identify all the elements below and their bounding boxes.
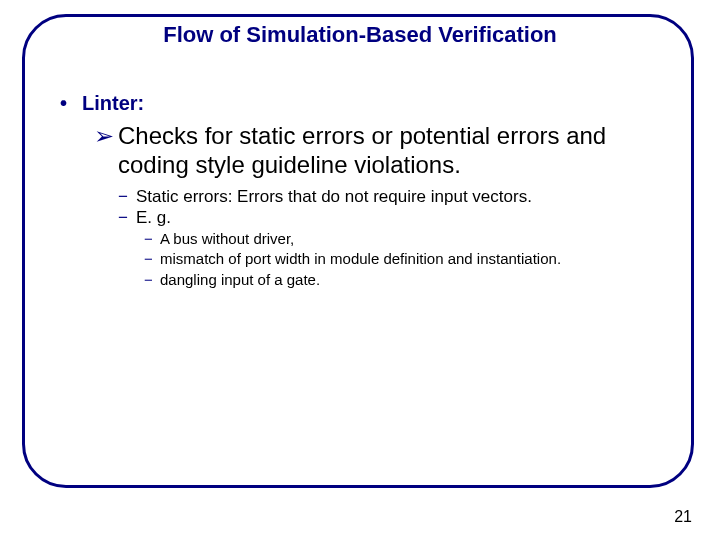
bullet-text: dangling input of a gate. [160,270,680,290]
bullet-text: Checks for static errors or potential er… [118,121,658,180]
bullet-eg: −E. g. [118,207,680,229]
bullet-checks: ➢Checks for static errors or potential e… [94,121,680,180]
dash-icon: − [118,186,136,208]
bullet-text: Linter: [82,92,144,114]
arrow-icon: ➢ [94,121,118,150]
slide-title: Flow of Simulation-Based Verification [0,22,720,48]
bullet-text: E. g. [136,207,676,229]
dash-icon: − [144,270,160,290]
dash-icon: − [118,207,136,229]
bullet-dangling-input: −dangling input of a gate. [144,270,680,290]
page-number: 21 [674,508,692,526]
bullet-text: Static errors: Errors that do not requir… [136,186,676,208]
dash-icon: − [144,229,160,249]
bullet-port-mismatch: −mismatch of port width in module defini… [144,249,680,269]
bullet-text: mismatch of port width in module definit… [160,249,680,269]
bullet-text: A bus without driver, [160,229,680,249]
bullet-bus-no-driver: −A bus without driver, [144,229,680,249]
dash-icon: − [144,249,160,269]
slide-content: •Linter: ➢Checks for static errors or po… [60,92,680,290]
bullet-marker: • [60,92,82,115]
bullet-static-errors: −Static errors: Errors that do not requi… [118,186,680,208]
bullet-linter: •Linter: [60,92,680,115]
